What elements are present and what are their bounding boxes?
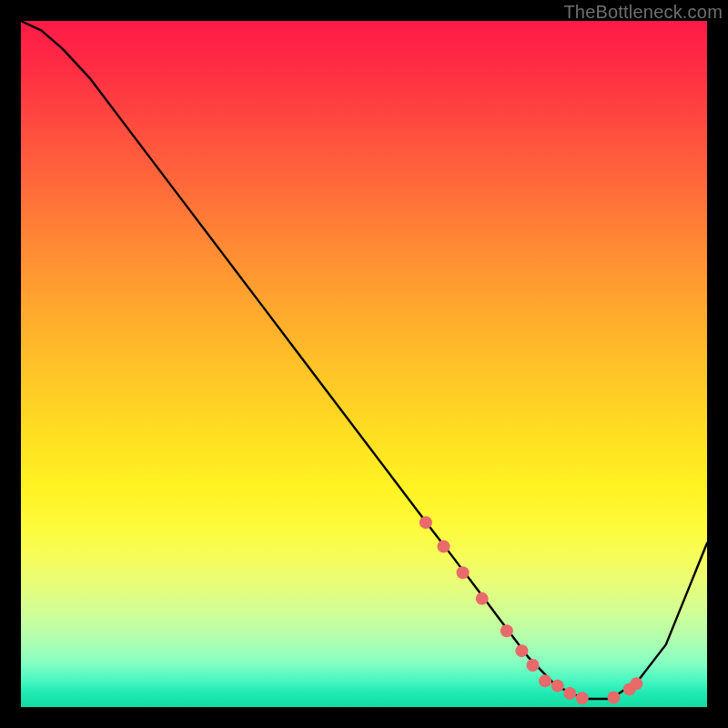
chart-marker — [420, 516, 432, 529]
chart-marker — [539, 674, 551, 687]
chart-marker — [630, 677, 642, 690]
chart-marker — [607, 691, 620, 703]
chart-marker — [500, 624, 513, 637]
chart-curve — [21, 21, 707, 699]
chart-marker — [476, 592, 489, 605]
chart-markers — [420, 516, 642, 704]
chart-plot-area — [21, 21, 707, 707]
watermark-text: TheBottleneck.com — [563, 2, 723, 23]
chart-marker — [563, 687, 576, 700]
chart-marker — [576, 692, 589, 704]
chart-marker — [526, 659, 539, 672]
chart-marker — [515, 644, 528, 657]
chart-svg — [21, 21, 707, 707]
chart-marker — [551, 680, 564, 693]
chart-frame: TheBottleneck.com — [0, 0, 728, 728]
chart-marker — [437, 541, 450, 553]
chart-marker — [457, 566, 470, 579]
